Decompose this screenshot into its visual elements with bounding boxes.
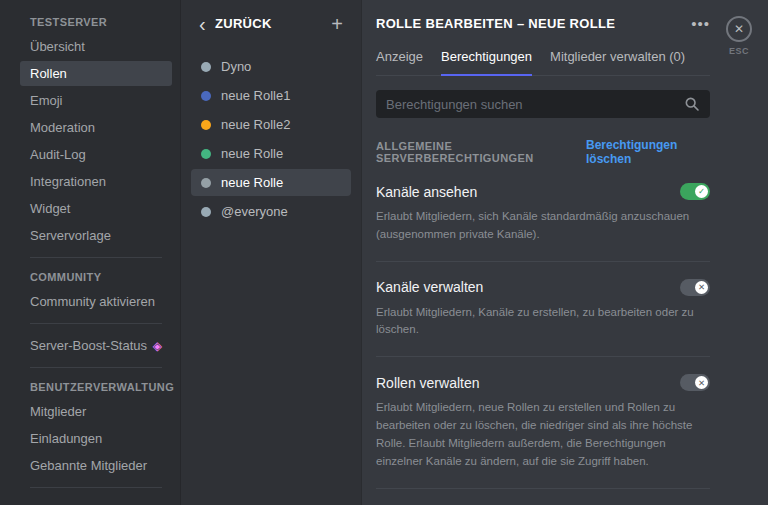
overflow-menu-icon[interactable]: •••: [691, 16, 710, 31]
x-icon: ✕: [698, 379, 705, 388]
permission-description: Erlaubt Mitgliedern, neue Rollen zu erst…: [376, 399, 710, 470]
role-item-everyone[interactable]: @everyone: [191, 198, 351, 225]
role-color-dot: [201, 149, 211, 159]
divider: [30, 257, 162, 258]
permission-item: Kanäle verwalten ✕ Erlaubt Mitgliedern, …: [376, 262, 710, 358]
role-name: neue Rolle1: [221, 88, 290, 103]
settings-sidebar: TESTSERVER Übersicht Rollen Emoji Modera…: [0, 0, 180, 505]
role-color-dot: [201, 120, 211, 130]
role-color-dot: [201, 207, 211, 217]
sidebar-item-server-boost-status[interactable]: Server-Boost-Status ◈: [20, 333, 172, 358]
tab-mitglieder-verwalten[interactable]: Mitglieder verwalten (0): [550, 49, 685, 76]
toggle-knob: ✕: [695, 376, 708, 389]
permission-search: [376, 90, 710, 118]
community-section-header: COMMUNITY: [20, 267, 172, 289]
role-name: @everyone: [221, 204, 288, 219]
sidebar-item-einladungen[interactable]: Einladungen: [20, 426, 172, 451]
sidebar-item-gebannte-mitglieder[interactable]: Gebannte Mitglieder: [20, 453, 172, 478]
toggle-knob: ✓: [695, 185, 708, 198]
toggle-rollen-verwalten[interactable]: ✕: [680, 374, 710, 391]
role-color-dot: [201, 178, 211, 188]
permission-description: Erlaubt Mitgliedern, Kanäle zu erstellen…: [376, 304, 710, 340]
back-arrow-icon: ‹: [199, 17, 206, 31]
close-settings: ✕ ESC: [719, 16, 759, 56]
sidebar-item-server-loeschen[interactable]: Server löschen: [20, 497, 172, 505]
role-list: Dyno neue Rolle1 neue Rolle2 neue Rolle …: [191, 53, 351, 225]
permission-item: Emojis verwalten ✕ Erlaubt Mitgliedern, …: [376, 489, 710, 505]
sidebar-item-community-aktivieren[interactable]: Community aktivieren: [20, 289, 172, 314]
search-input[interactable]: [386, 97, 684, 112]
esc-label: ESC: [719, 46, 759, 56]
sidebar-item-rollen[interactable]: Rollen: [20, 61, 172, 86]
role-name: neue Rolle: [221, 146, 283, 161]
tab-anzeige[interactable]: Anzeige: [376, 49, 423, 76]
close-icon: ✕: [734, 22, 744, 36]
page-title: ROLLE BEARBEITEN – NEUE ROLLE: [376, 16, 615, 31]
role-item-dyno[interactable]: Dyno: [191, 53, 351, 80]
permission-name: Kanäle verwalten: [376, 279, 483, 295]
role-item-neue-rolle2[interactable]: neue Rolle2: [191, 111, 351, 138]
clear-permissions-link[interactable]: Berechtigungen löschen: [586, 138, 710, 166]
close-button[interactable]: ✕: [726, 16, 752, 42]
check-icon: ✓: [698, 187, 705, 196]
toggle-knob: ✕: [695, 281, 708, 294]
tab-berechtigungen[interactable]: Berechtigungen: [441, 49, 532, 76]
role-item-neue-rolle-selected[interactable]: neue Rolle: [191, 169, 351, 196]
divider: [30, 487, 162, 488]
divider: [30, 323, 162, 324]
boost-icon: ◈: [153, 340, 162, 352]
roles-panel: ‹ ZURÜCK + Dyno neue Rolle1 neue Rolle2 …: [180, 0, 362, 505]
toggle-kanaele-ansehen[interactable]: ✓: [680, 183, 710, 200]
sidebar-item-integrationen[interactable]: Integrationen: [20, 169, 172, 194]
back-label: ZURÜCK: [215, 16, 272, 31]
permission-name: Kanäle ansehen: [376, 184, 477, 200]
role-color-dot: [201, 91, 211, 101]
server-name-header: TESTSERVER: [20, 12, 172, 34]
sidebar-item-label: Server-Boost-Status: [30, 338, 147, 353]
role-edit-panel: ROLLE BEARBEITEN – NEUE ROLLE ••• Anzeig…: [362, 0, 768, 505]
sidebar-item-moderation[interactable]: Moderation: [20, 115, 172, 140]
search-icon: [684, 96, 700, 112]
toggle-kanaele-verwalten[interactable]: ✕: [680, 279, 710, 296]
sidebar-item-servervorlage[interactable]: Servervorlage: [20, 223, 172, 248]
divider: [30, 367, 162, 368]
role-item-neue-rolle1[interactable]: neue Rolle1: [191, 82, 351, 109]
permission-item: Kanäle ansehen ✓ Erlaubt Mitgliedern, si…: [376, 166, 710, 262]
x-icon: ✕: [698, 283, 705, 292]
role-name: neue Rolle2: [221, 117, 290, 132]
permission-description: Erlaubt Mitgliedern, sich Kanäle standar…: [376, 208, 710, 244]
sidebar-item-widget[interactable]: Widget: [20, 196, 172, 221]
role-color-dot: [201, 62, 211, 72]
back-button[interactable]: ‹ ZURÜCK: [199, 16, 272, 31]
add-role-button[interactable]: +: [331, 17, 343, 31]
user-management-section-header: BENUTZERVERWALTUNG: [20, 377, 172, 399]
section-header: ALLGEMEINE SERVERBERECHTIGUNGEN: [376, 140, 586, 164]
permission-name: Rollen verwalten: [376, 375, 480, 391]
permission-item: Rollen verwalten ✕ Erlaubt Mitgliedern, …: [376, 357, 710, 488]
sidebar-item-audit-log[interactable]: Audit-Log: [20, 142, 172, 167]
role-name: neue Rolle: [221, 175, 283, 190]
sidebar-item-mitglieder[interactable]: Mitglieder: [20, 399, 172, 424]
tab-bar: Anzeige Berechtigungen Mitglieder verwal…: [376, 49, 710, 76]
sidebar-item-uebersicht[interactable]: Übersicht: [20, 34, 172, 59]
role-name: Dyno: [221, 59, 251, 74]
sidebar-item-emoji[interactable]: Emoji: [20, 88, 172, 113]
role-item-neue-rolle-green[interactable]: neue Rolle: [191, 140, 351, 167]
